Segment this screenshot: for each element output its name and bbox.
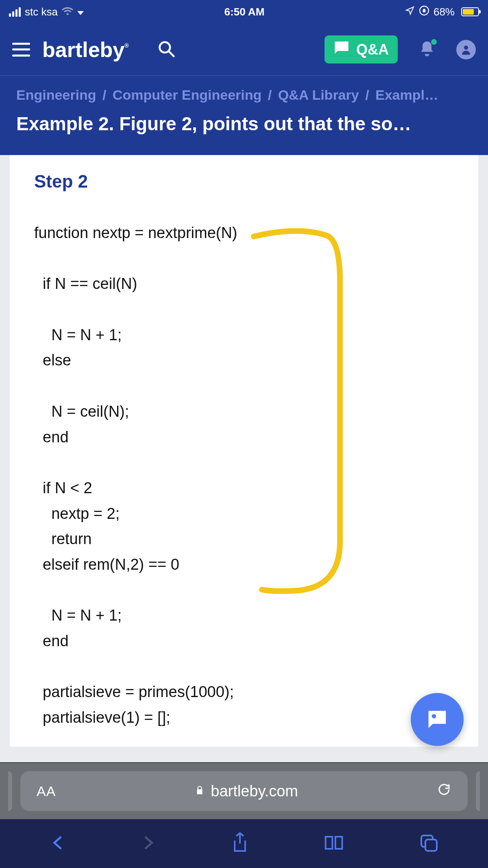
battery-icon: [461, 7, 479, 16]
breadcrumb-sep: /: [268, 87, 272, 103]
breadcrumb-item[interactable]: Exampl…: [375, 87, 438, 103]
account-button[interactable]: [456, 40, 476, 59]
page-title: Example 2. Figure 2, points out that the…: [16, 113, 472, 135]
carrier-label: stc ksa: [25, 6, 58, 18]
breadcrumb-item[interactable]: Engineering: [16, 87, 96, 103]
safari-toolbar: [0, 819, 488, 868]
url-host-wrap: bartleby.com: [194, 783, 298, 800]
answer-card: Step 2 function nextp = nextprime(N) if …: [10, 155, 478, 747]
wifi-icon: [62, 6, 73, 18]
dropdown-icon: [77, 6, 84, 18]
url-field[interactable]: AA bartleby.com: [20, 771, 468, 811]
orientation-lock-icon: [419, 5, 429, 19]
code-block: function nextp = nextprime(N) if N == ce…: [34, 220, 454, 730]
svg-line-2: [168, 51, 174, 56]
search-button[interactable]: [157, 40, 175, 59]
reload-button[interactable]: [437, 782, 451, 800]
forward-button[interactable]: [140, 832, 157, 855]
brand-logo[interactable]: bartleby®: [42, 37, 129, 62]
qa-button[interactable]: Q&A: [325, 35, 398, 63]
share-button[interactable]: [231, 831, 249, 856]
step-heading: Step 2: [34, 171, 454, 192]
chat-icon: [333, 39, 350, 59]
bookmarks-button[interactable]: [323, 833, 344, 854]
svg-point-3: [464, 46, 468, 50]
back-button[interactable]: [50, 832, 66, 855]
breadcrumb-item[interactable]: Q&A Library: [278, 87, 359, 103]
breadcrumb: Engineering / Computer Engineering / Q&A…: [16, 87, 472, 103]
content-area: Step 2 function nextp = nextprime(N) if …: [0, 155, 488, 747]
qa-label: Q&A: [356, 41, 389, 58]
url-host: bartleby.com: [211, 783, 298, 800]
chat-fab[interactable]: [411, 693, 464, 746]
tabs-button[interactable]: [419, 833, 438, 854]
next-tab-peek[interactable]: [476, 771, 480, 811]
breadcrumb-sep: /: [365, 87, 369, 103]
ios-status-bar: stc ksa 6:50 AM 68%: [0, 0, 488, 24]
breadcrumb-item[interactable]: Computer Engineering: [113, 87, 261, 103]
app-header: bartleby® Q&A: [0, 24, 488, 76]
prev-tab-peek[interactable]: [8, 771, 12, 811]
safari-url-bar: AA bartleby.com: [0, 762, 488, 819]
svg-rect-5: [425, 840, 437, 851]
subheader: Engineering / Computer Engineering / Q&A…: [0, 76, 488, 155]
lock-icon: [194, 783, 205, 800]
breadcrumb-sep: /: [102, 87, 106, 103]
status-time: 6:50 AM: [224, 6, 265, 18]
battery-pct: 68%: [434, 6, 455, 18]
status-left: stc ksa: [9, 6, 84, 18]
notifications-button[interactable]: [418, 40, 436, 59]
status-right: 68%: [405, 5, 479, 19]
signal-icon: [9, 7, 21, 17]
location-icon: [405, 6, 415, 18]
menu-button[interactable]: [12, 43, 30, 57]
text-size-button[interactable]: AA: [37, 783, 56, 799]
notification-dot-icon: [431, 39, 437, 45]
